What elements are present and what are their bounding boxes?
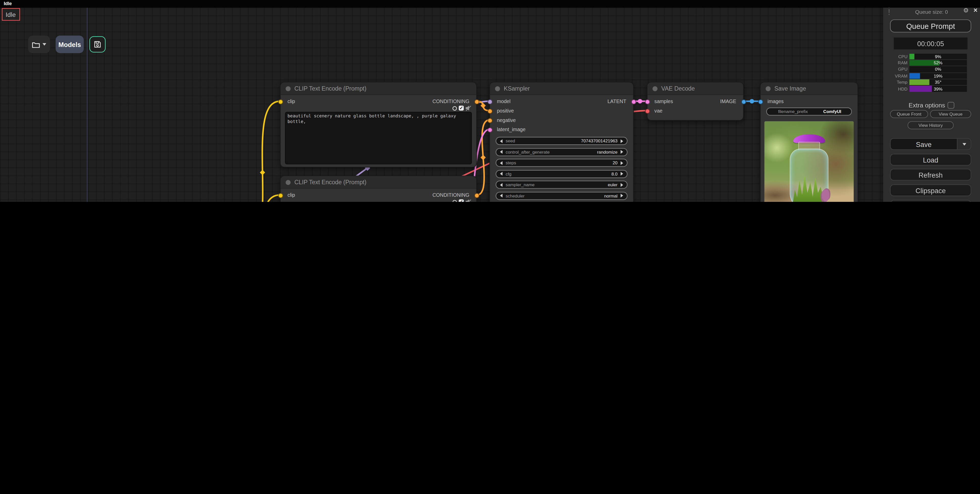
increment-icon[interactable] [620,150,623,154]
steps-widget[interactable]: steps 20 [496,159,628,167]
monitor-ram: RAM 52% [883,60,980,66]
node-header[interactable]: Save Image [760,83,858,95]
clipspace-button[interactable]: Clipspace [890,184,971,196]
queue-size-label: Queue size: 0 [915,8,948,14]
open-workflow-button[interactable] [28,36,50,53]
record-icon[interactable] [452,106,457,110]
positive-slot-row[interactable]: positive [490,106,633,116]
node-title: CLIP Text Encode (Prompt) [294,179,366,186]
images-slot-row[interactable]: images [760,97,858,106]
monitor-vram: VRAM 19% [883,73,980,79]
queue-prompt-button[interactable]: Queue Prompt [890,19,971,32]
status-text: Idle [4,0,12,6]
sampler-name-widget[interactable]: sampler_name euler [496,181,628,189]
idle-label: Idle [6,11,16,18]
save-dropdown[interactable] [957,139,970,149]
save-image-preview[interactable] [764,121,854,202]
node-ksampler[interactable]: KSampler model LATENT positive negative … [490,82,634,202]
image-output-dot[interactable] [741,99,746,104]
collapse-dot[interactable] [286,86,291,91]
node-title: Save Image [774,85,806,92]
mute-icon[interactable] [466,105,471,111]
clip-slot-row[interactable]: clip CONDITIONING [281,97,476,106]
comfyui-app: Idle Idle Models Load Checkpoint [0,0,980,202]
node-title: VAE Decode [661,85,695,92]
filename-prefix-widget[interactable]: filename_prefix ComfyUI [766,107,852,116]
save-button[interactable]: Save [890,138,971,150]
extra-options-checkbox[interactable] [948,102,955,109]
system-monitors: CPU 9% RAM 52% GPU 0% VRAM 19% Temp 35° … [883,53,980,92]
jar-lid [793,135,825,143]
increment-icon[interactable] [620,139,623,143]
load-button[interactable]: Load [890,154,971,165]
node-header[interactable]: CLIP Text Encode (Prompt) [281,83,476,95]
chevron-down-icon [43,43,46,46]
mute-icon[interactable] [466,199,471,202]
conditioning-output-dot[interactable] [474,99,479,104]
view-queue-button[interactable]: View Queue [930,110,971,118]
cfg-widget[interactable]: cfg 8.0 [496,170,628,178]
jar-flowers [821,190,829,201]
collapse-dot[interactable] [495,86,500,91]
folder-icon [32,41,40,48]
floppy-save-icon [94,41,101,48]
extra-options-row: Extra options [883,102,980,109]
idle-indicator-box: Idle [2,8,20,21]
monitor-gpu: GPU 0% [883,66,980,73]
collapse-dot[interactable] [286,179,291,185]
node-title: CLIP Text Encode (Prompt) [294,85,366,92]
clear-button[interactable]: Clear [890,200,971,202]
elapsed-timer: 00:00:05 [894,38,967,49]
record-icon[interactable] [452,200,457,202]
latent-output-dot[interactable] [631,99,636,104]
node-clip-text-encode-negative[interactable]: CLIP Text Encode (Prompt) clip CONDITION… [280,176,477,202]
node-clip-text-encode-positive[interactable]: CLIP Text Encode (Prompt) clip CONDITION… [280,82,477,168]
view-history-button[interactable]: View History [907,121,954,129]
models-button[interactable]: Models [56,36,84,53]
decrement-icon[interactable] [500,172,503,176]
monitor-cpu: CPU 9% [883,53,980,59]
node-title: KSampler [504,85,530,92]
seed-widget[interactable]: seed 707437001421963 [496,137,628,145]
collapse-dot[interactable] [652,86,658,91]
collapse-dot[interactable] [765,86,771,91]
vae-slot-row[interactable]: vae [648,106,743,116]
queue-size: Queue size: 0 ⚙ × [883,6,980,17]
negative-slot-row[interactable]: negative [490,116,633,125]
node-header[interactable]: KSampler [490,83,633,95]
scheduler-widget[interactable]: scheduler normal [496,192,628,200]
samples-slot-row[interactable]: samples IMAGE [648,97,743,106]
extra-options-label: Extra options [908,102,945,109]
control-after-generate-widget[interactable]: control_after_generate randomize [496,148,628,156]
settings-gear-icon[interactable]: ⚙ [963,7,969,14]
increment-icon[interactable] [620,161,623,165]
queue-front-button[interactable]: Queue Front [890,110,928,118]
clip-slot-row[interactable]: clip CONDITIONING [281,191,476,200]
model-slot-row[interactable]: model LATENT [490,97,633,106]
latent-image-slot-row[interactable]: latent_image [490,125,633,135]
decrement-icon[interactable] [500,150,503,154]
refresh-button[interactable]: Refresh [890,169,971,181]
prompt-textarea[interactable]: beautiful scenery nature glass bottle la… [285,112,472,164]
increment-icon[interactable] [620,183,623,186]
save-workflow-button[interactable] [89,36,106,52]
checked-checkbox-icon[interactable]: ✓ [459,106,464,111]
top-status-strip: Idle [0,0,980,7]
node-save-image[interactable]: Save Image images filename_prefix ComfyU… [760,82,858,202]
increment-icon[interactable] [620,194,623,197]
decrement-icon[interactable] [500,194,503,197]
menu-sidebar: ⋮⋮ Queue size: 0 ⚙ × Queue Prompt 00:00:… [883,6,980,202]
decrement-icon[interactable] [500,139,503,143]
node-header[interactable]: VAE Decode [648,83,743,95]
decrement-icon[interactable] [500,183,503,186]
node-vae-decode[interactable]: VAE Decode samples IMAGE vae [647,82,744,121]
node-header[interactable]: CLIP Text Encode (Prompt) [281,176,476,189]
chevron-down-icon [962,143,966,145]
workflow-toolbar: Models [28,36,106,53]
conditioning-output-dot[interactable] [474,193,479,198]
monitor-temp: Temp 35° [883,79,980,86]
models-button-label: Models [59,41,81,48]
monitor-hdd: HDD 39% [883,86,980,92]
decrement-icon[interactable] [500,161,503,165]
increment-icon[interactable] [620,172,623,176]
